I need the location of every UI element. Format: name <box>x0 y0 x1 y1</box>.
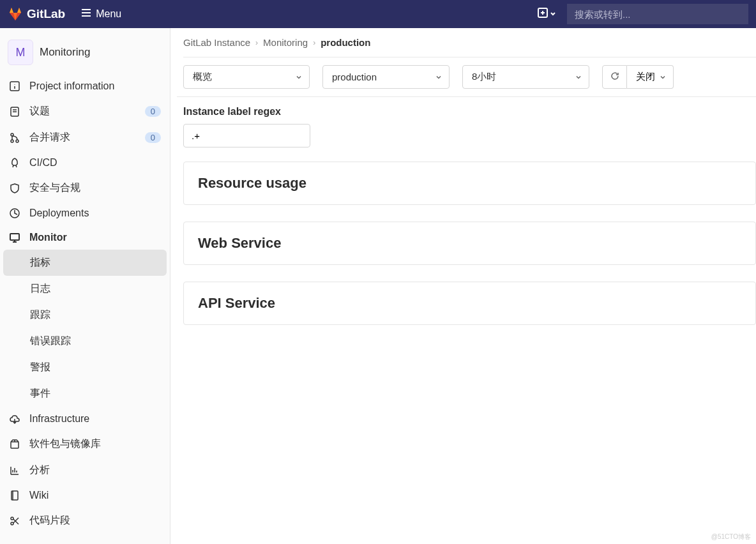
panel-title: Web Service <box>198 235 741 252</box>
sidebar-item-deployments[interactable]: Deployments <box>0 201 170 225</box>
package-icon <box>9 439 20 450</box>
panels: Resource usage Web Service API Service <box>183 162 756 325</box>
svg-point-13 <box>11 140 13 142</box>
rocket-icon <box>9 157 20 169</box>
project-name: Monitoring <box>40 46 90 59</box>
sidebar-item-monitor[interactable]: Monitor <box>0 225 170 250</box>
sidebar-item-cicd[interactable]: CI/CD <box>0 151 170 175</box>
project-avatar: M <box>8 40 33 65</box>
nav-label: 议题 <box>29 105 136 118</box>
sidebar-item-wiki[interactable]: Wiki <box>0 483 170 508</box>
nav-label: Project information <box>29 80 161 92</box>
refresh-button[interactable] <box>602 65 627 89</box>
chevron-down-icon <box>295 72 303 82</box>
nav-label: 合并请求 <box>29 131 136 144</box>
dropdown-label: 关闭 <box>636 71 655 83</box>
chevron-right-icon: › <box>255 38 258 47</box>
menu-button[interactable]: Menu <box>80 7 121 21</box>
subnav-error-tracking[interactable]: 错误跟踪 <box>0 328 170 354</box>
merge-icon <box>9 132 20 144</box>
issues-icon <box>9 106 20 117</box>
sidebar-item-issues[interactable]: 议题 0 <box>0 98 170 125</box>
panel-title: Resource usage <box>198 175 741 192</box>
info-icon <box>9 80 20 92</box>
gitlab-icon <box>8 6 23 22</box>
deploy-icon <box>9 208 20 219</box>
scissors-icon <box>9 515 20 527</box>
nav-label: Monitor <box>29 232 161 243</box>
chart-icon <box>9 465 20 476</box>
svg-rect-16 <box>10 234 19 240</box>
refresh-icon <box>610 71 620 84</box>
monitor-subnav: 指标 日志 跟踪 错误跟踪 警报 事件 <box>0 250 170 407</box>
chevron-down-icon <box>575 72 582 82</box>
sidebar: M Monitoring Project information 议题 0 合并… <box>0 28 170 544</box>
breadcrumb-instance[interactable]: GitLab Instance <box>183 37 250 48</box>
nav-label: CI/CD <box>29 157 161 169</box>
sidebar-item-security[interactable]: 安全与合规 <box>0 175 170 201</box>
time-range-dropdown[interactable]: 8小时 <box>462 65 589 89</box>
subnav-incidents[interactable]: 事件 <box>0 381 170 407</box>
menu-label: Menu <box>96 8 121 20</box>
nav-label: 分析 <box>29 464 161 477</box>
chevron-down-icon <box>435 72 442 82</box>
dropdown-label: 8小时 <box>472 71 496 83</box>
nav-label: 软件包与镜像库 <box>29 437 161 451</box>
dashboard-dropdown[interactable]: 概览 <box>183 65 310 89</box>
sidebar-item-infrastructure[interactable]: Infrastructure <box>0 407 170 431</box>
nav-label: Infrastructure <box>29 413 161 425</box>
regex-label: Instance label regex <box>183 106 756 117</box>
sidebar-item-merge-requests[interactable]: 合并请求 0 <box>0 125 170 151</box>
add-button[interactable] <box>533 5 562 23</box>
dashboard-controls: 概览 production 8小时 关闭 <box>177 57 756 97</box>
top-header: GitLab Menu <box>0 0 756 28</box>
svg-point-14 <box>16 140 19 142</box>
refresh-group: 关闭 <box>602 65 674 89</box>
sidebar-item-packages[interactable]: 软件包与镜像库 <box>0 431 170 457</box>
svg-point-28 <box>11 517 13 520</box>
panel-resource-usage[interactable]: Resource usage <box>183 162 756 205</box>
nav-label: Wiki <box>29 490 161 501</box>
book-icon <box>9 490 20 501</box>
breadcrumb-current: production <box>321 37 370 48</box>
panel-web-service[interactable]: Web Service <box>183 222 756 265</box>
nav-label: Deployments <box>29 208 161 219</box>
environment-dropdown[interactable]: production <box>322 65 450 89</box>
badge: 0 <box>145 132 161 143</box>
regex-input[interactable] <box>183 124 310 147</box>
subnav-tracing[interactable]: 跟踪 <box>0 302 170 328</box>
search-input[interactable] <box>567 4 748 24</box>
subnav-alerts[interactable]: 警报 <box>0 354 170 381</box>
dropdown-label: 概览 <box>193 71 212 83</box>
breadcrumb: GitLab Instance › Monitoring › productio… <box>183 37 756 57</box>
subnav-logs[interactable]: 日志 <box>0 276 170 302</box>
project-header[interactable]: M Monitoring <box>0 34 170 74</box>
nav-label: 代码片段 <box>29 514 161 527</box>
main-content: GitLab Instance › Monitoring › productio… <box>170 28 756 544</box>
watermark: @51CTO博客 <box>711 533 751 541</box>
shield-icon <box>9 183 20 194</box>
svg-rect-20 <box>11 442 19 448</box>
svg-point-29 <box>11 522 13 525</box>
chevron-down-icon <box>549 8 557 20</box>
hamburger-icon <box>80 7 92 21</box>
monitor-icon <box>9 232 20 243</box>
dropdown-label: production <box>332 72 377 82</box>
chevron-down-icon <box>659 72 667 82</box>
cloud-icon <box>9 413 20 425</box>
sidebar-item-snippets[interactable]: 代码片段 <box>0 508 170 534</box>
refresh-mode-dropdown[interactable]: 关闭 <box>627 65 674 89</box>
subnav-metrics[interactable]: 指标 <box>3 250 167 276</box>
sidebar-item-project-info[interactable]: Project information <box>0 74 170 98</box>
badge: 0 <box>145 106 161 117</box>
panel-title: API Service <box>198 295 741 312</box>
plus-icon <box>538 8 548 20</box>
gitlab-logo[interactable]: GitLab <box>8 6 65 22</box>
panel-api-service[interactable]: API Service <box>183 282 756 325</box>
sidebar-item-analytics[interactable]: 分析 <box>0 457 170 483</box>
brand-label: GitLab <box>27 7 65 21</box>
breadcrumb-project[interactable]: Monitoring <box>263 37 308 48</box>
chevron-right-icon: › <box>313 38 315 47</box>
nav-label: 安全与合规 <box>29 181 161 195</box>
regex-section: Instance label regex <box>183 97 756 162</box>
